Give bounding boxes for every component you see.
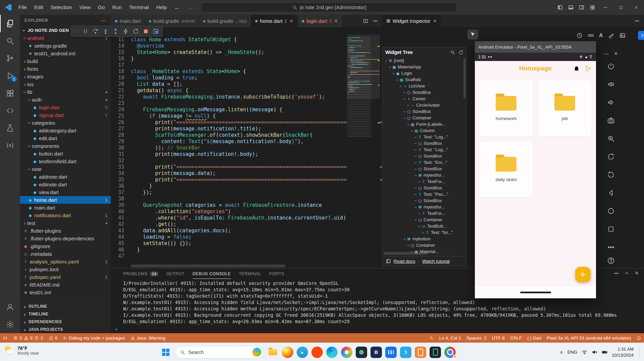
taskbar-search[interactable]: Search <box>175 346 264 359</box>
activitybar-settings[interactable] <box>0 316 20 333</box>
indentation[interactable]: Spaces: 2 <box>464 333 489 343</box>
tray-overflow-icon[interactable]: ∧ <box>560 350 563 355</box>
language-mode[interactable]: { } Dart <box>525 333 544 343</box>
code-line-45[interactable]: 45 setState(() {}); <box>111 240 346 247</box>
widget-node-root[interactable]: ›R[root] <box>383 57 466 64</box>
code-line-47[interactable]: 47 <box>111 253 346 259</box>
explorer-item-ios[interactable]: ›ios <box>20 80 111 88</box>
step-into-button[interactable] <box>101 27 110 36</box>
emulator-help-button[interactable] <box>606 256 615 265</box>
activitybar-firebase[interactable] <box>0 137 20 154</box>
widget-node-materialapp[interactable]: ›▣MaterialApp <box>383 64 466 70</box>
explorer-item-readme-md[interactable]: ●README.md <box>20 281 111 289</box>
explorer-item-fonts[interactable]: ›fonts <box>20 65 111 73</box>
explorer-item-auth[interactable]: ›auth● <box>20 96 111 104</box>
emulator-zoom-button[interactable] <box>606 134 615 143</box>
code-line-15[interactable]: 15 State<Home> createState() => _HomeSta… <box>111 49 346 56</box>
minimize-button[interactable] <box>598 0 613 15</box>
explorer-item-signup-dart[interactable]: ◆signup.dart1 <box>20 111 111 119</box>
code-line-17[interactable]: 17 <box>111 62 346 68</box>
hot-reload-button[interactable] <box>121 27 130 36</box>
panel-tab-output[interactable]: OUTPUT <box>166 268 185 279</box>
activitybar-search[interactable] <box>0 32 20 50</box>
widget-node-mybutton[interactable]: ›Mmybutton <box>383 236 466 242</box>
expander-down-icon[interactable]: › <box>402 97 407 101</box>
widget-node-scaffold[interactable]: ›▦Scaffold <box>383 76 466 83</box>
code-line-42[interactable]: 42 .get(); <box>111 221 346 228</box>
device-selector[interactable]: Pixel 3a XL API 33 (android-x64 emulator… <box>544 333 634 343</box>
expander-down-icon[interactable]: › <box>410 129 414 133</box>
code-line-33[interactable]: 33 print("==============================… <box>111 164 346 170</box>
expander-down-icon[interactable]: › <box>399 84 403 88</box>
tab-login-dart[interactable]: ◆login.dart3✕ <box>298 15 342 27</box>
section-outline[interactable]: ›OUTLINE <box>20 302 111 310</box>
notifications-bell-icon[interactable] <box>573 65 580 72</box>
code-line-31[interactable]: 31 print(message.notification!.body); <box>111 151 346 158</box>
explorer-item-categories[interactable]: ›categories <box>20 119 111 127</box>
explorer-item-textformfield-dart[interactable]: ◆textformfield.dart <box>20 158 111 165</box>
widget-node-sizedbox[interactable]: ‒▢SizedBox <box>383 153 466 159</box>
battery-icon[interactable] <box>602 349 607 355</box>
more-actions-icon[interactable] <box>634 18 640 24</box>
expander-down-icon[interactable]: › <box>395 78 400 82</box>
highlight-images-icon[interactable] <box>619 32 626 39</box>
show-desktop-sliver[interactable] <box>639 347 641 358</box>
emulator-home-button[interactable] <box>606 206 615 215</box>
minimize-icon[interactable]: — <box>604 51 608 56</box>
code-line-25[interactable]: 25 if (message != null) { <box>111 113 346 119</box>
menu-view[interactable]: View <box>76 4 94 10</box>
explorer-item-metadata[interactable]: ◇.metadata <box>20 250 111 258</box>
taskbar-app-emulator[interactable] <box>415 347 426 358</box>
widget-node-sizedbox[interactable]: ‒▢SizedBox <box>383 140 466 146</box>
close-tab-icon[interactable]: ✕ <box>334 18 338 23</box>
widget-node-text-log[interactable]: ‒TText: "Log..." <box>383 146 466 153</box>
explorer-item-test01-android-iml[interactable]: ■test01_android.iml <box>20 50 111 57</box>
explorer-item-note[interactable]: ›note <box>20 165 111 173</box>
code-line-40[interactable]: 40 .collection("categories") <box>111 208 346 215</box>
widget-node-sizedbox[interactable]: ‒▢SizedBox <box>383 166 466 172</box>
show-guidelines-icon[interactable] <box>588 32 594 39</box>
maximize-panel-icon[interactable] <box>624 270 630 276</box>
code-line-23[interactable]: 23 <box>111 100 346 107</box>
explorer-item-lib[interactable]: ›lib● <box>20 88 111 96</box>
toggle-secondary-sidebar-icon[interactable] <box>576 0 587 15</box>
repaint-rainbow-icon[interactable] <box>608 32 614 39</box>
customize-layout-icon[interactable] <box>587 0 598 15</box>
explorer-item-analysis-options-yaml[interactable]: !analysis_options.yaml1 <box>20 258 111 265</box>
code-editor[interactable]: 11class Home extends StatefulWidget {14 … <box>111 35 382 268</box>
explorer-item-home-dart[interactable]: ◆home.dart1 <box>20 196 111 204</box>
tab-widget-inspector[interactable]: Widget Inspector✕ <box>382 15 441 27</box>
toggle-sidebar-icon[interactable] <box>555 0 565 15</box>
java-status[interactable]: Java: Warning <box>128 333 168 343</box>
code-line-14[interactable]: 14 @override <box>111 43 346 49</box>
code-line-44[interactable]: 44 loading = false; <box>111 234 346 240</box>
expander-down-icon[interactable]: › <box>417 224 422 228</box>
explorer-more-actions-icon[interactable]: ⋯ <box>100 17 106 24</box>
panel-tab-ports[interactable]: PORTS <box>269 268 284 279</box>
search-icon[interactable] <box>427 333 436 343</box>
gesture-pill[interactable] <box>520 292 551 293</box>
inspect-button[interactable] <box>151 27 160 36</box>
explorer-item-main-dart[interactable]: ◆main.dart <box>20 204 111 212</box>
widget-node-textbutt[interactable]: ›▭TextButt... <box>383 223 466 229</box>
section-dependencies[interactable]: ›DEPENDENCIES <box>20 318 111 325</box>
eol[interactable]: CRLF <box>507 333 525 343</box>
explorer-item-gitignore[interactable]: ◆.gitignore <box>20 242 111 250</box>
widget-node-mytextfor[interactable]: ›Mmytextfor... <box>383 204 466 210</box>
add-fab-button[interactable]: + <box>575 267 591 282</box>
widget-tree-hscrollbar[interactable] <box>384 252 428 255</box>
taskbar-app-bitdefender[interactable]: B <box>370 347 382 358</box>
tab-home-dart[interactable]: ◆home.dart1✕ <box>251 15 298 27</box>
code-line-35[interactable]: 35 print("==============================… <box>111 177 346 183</box>
code-line-37[interactable]: 37 }); <box>111 189 346 196</box>
widget-node-sizedbox[interactable]: ‒▢SizedBox <box>383 185 466 191</box>
code-line-34[interactable]: 34 print(message.data); <box>111 170 346 177</box>
minimap-slider[interactable] <box>347 35 380 99</box>
expander-down-icon[interactable]: › <box>406 243 411 247</box>
menu-file[interactable]: File <box>15 4 31 10</box>
taskbar-app-chrome[interactable] <box>444 347 456 358</box>
explorer-item-test01-iml[interactable]: ■test01.iml <box>20 289 111 296</box>
step-out-button[interactable] <box>111 27 120 36</box>
close-tab-icon[interactable]: ✕ <box>433 18 437 23</box>
expander-down-icon[interactable]: › <box>391 71 396 75</box>
